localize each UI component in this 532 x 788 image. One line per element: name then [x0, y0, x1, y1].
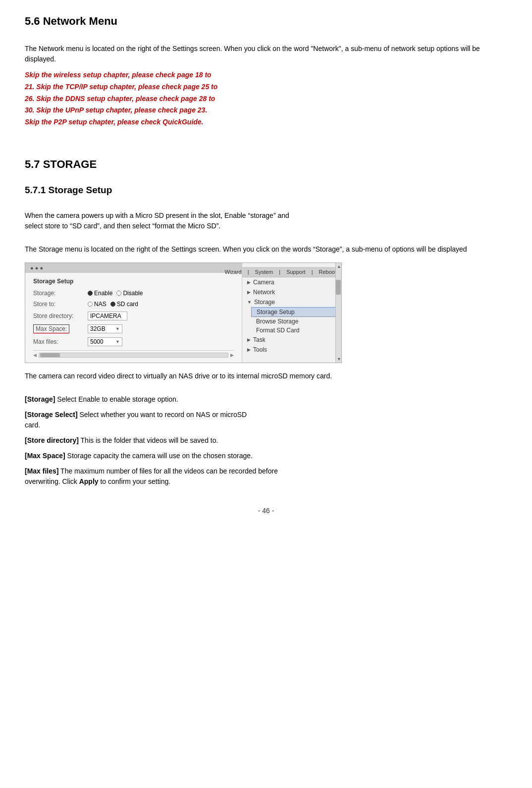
sdcard-label: SD card: [117, 301, 138, 308]
tools-label: Tools: [253, 346, 267, 353]
desc-storage-key: [Storage]: [25, 395, 55, 403]
enable-label: Enable: [94, 290, 112, 297]
skip-note-1: Skip the wireless setup chapter, please …: [25, 69, 507, 81]
storage-section: 5.7 STORAGE: [25, 158, 507, 171]
camera-arrow-icon: ▶: [247, 280, 251, 285]
max-space-select[interactable]: 32GB ▼: [88, 324, 122, 333]
submenu-storage-setup[interactable]: Storage Setup: [251, 307, 341, 317]
max-files-field-row: Max files: 5000 ▼: [33, 337, 234, 346]
desc-max-files-key: [Max files]: [25, 467, 58, 475]
enable-radio-dot: [88, 291, 93, 296]
task-label: Task: [253, 336, 266, 343]
menu-task[interactable]: ▶ Task: [242, 335, 341, 345]
right-nav-menu: ▶ Camera ▶ Network ▼ Storage: [242, 277, 341, 307]
network-arrow-icon: ▶: [247, 290, 251, 295]
max-files-control: 5000 ▼: [88, 337, 122, 346]
sdcard-radio-dot: [110, 302, 115, 307]
menu-storage[interactable]: ▼ Storage: [242, 297, 341, 307]
menu-camera[interactable]: ▶ Camera: [242, 277, 341, 287]
max-files-value: 5000: [90, 338, 104, 345]
screenshot-caption: The camera can record video direct to vi…: [25, 371, 507, 381]
vertical-scroll-thumb[interactable]: [336, 280, 341, 295]
max-space-field-row: Max Space: 32GB ▼: [33, 324, 234, 333]
vertical-scrollbar[interactable]: ▲ ▼: [335, 263, 341, 363]
topbar-sep1: |: [248, 269, 249, 275]
disable-radio[interactable]: Disable: [116, 290, 143, 297]
skip-note-4: 30. Skip the UPnP setup chapter, please …: [25, 105, 507, 116]
desc-storage-select-key: [Storage Select]: [25, 411, 78, 419]
enable-radio[interactable]: Enable: [88, 290, 112, 297]
scroll-up-arrow[interactable]: ▲: [336, 263, 341, 270]
store-to-control[interactable]: NAS SD card: [88, 301, 138, 308]
scrollbar-thumb[interactable]: [40, 353, 60, 357]
nas-radio[interactable]: NAS: [88, 301, 106, 308]
scroll-right-arrow[interactable]: ▶: [230, 353, 234, 358]
store-directory-field-row: Store directory: IPCAMERA: [33, 312, 234, 320]
page-footer: - 46 -: [25, 507, 507, 515]
store-directory-input[interactable]: IPCAMERA: [88, 312, 127, 320]
desc-store-dir-text: This is the folder that videos will be s…: [81, 436, 218, 444]
screenshot-left-panel: ● ● ● Storage Setup Storage: Enable Disa…: [25, 263, 242, 363]
form-title: Storage Setup: [33, 278, 234, 285]
desc-store-dir-key: [Store directory]: [25, 436, 79, 444]
description-storage-select: [Storage Select] Select whether you want…: [25, 410, 507, 430]
storage-arrow-icon: ▼: [247, 300, 252, 305]
max-files-label: Max files:: [33, 338, 88, 345]
max-space-control: 32GB ▼: [88, 324, 122, 333]
submenu-format-sd[interactable]: Format SD Card: [251, 326, 341, 335]
topbar-sep2: |: [279, 269, 280, 275]
nas-label: NAS: [94, 301, 106, 308]
desc-max-space-key: [Max Space]: [25, 452, 65, 460]
storage-setup-intro1: When the camera powers up with a Micro S…: [25, 210, 507, 231]
tools-arrow-icon: ▶: [247, 347, 251, 352]
max-files-select[interactable]: 5000 ▼: [88, 337, 122, 346]
storage-control[interactable]: Enable Disable: [88, 290, 143, 297]
skip-note-2: 21. Skip the TCP/IP setup chapter, pleas…: [25, 81, 507, 93]
menu-tools[interactable]: ▶ Tools: [242, 345, 341, 355]
skip-note-5: Skip the P2P setup chapter, please check…: [25, 116, 507, 128]
network-menu-body: The Network menu is located on the right…: [25, 44, 507, 64]
topbar-sep3: |: [312, 269, 313, 275]
scrollbar-track[interactable]: [39, 353, 228, 358]
description-store-dir: [Store directory] This is the folder tha…: [25, 435, 507, 446]
storage-title: 5.7 STORAGE: [25, 158, 507, 171]
max-space-value: 32GB: [90, 325, 106, 332]
skip-note-3: 26. Skip the DDNS setup chapter, please …: [25, 93, 507, 105]
network-label: Network: [253, 289, 275, 296]
disable-radio-dot: [116, 291, 121, 296]
max-files-arrow: ▼: [115, 339, 120, 344]
topbar-system[interactable]: System: [255, 269, 273, 275]
scroll-down-arrow[interactable]: ▼: [336, 356, 341, 363]
storage-label: Storage:: [33, 290, 88, 297]
disable-label: Disable: [123, 290, 143, 297]
storage-setup-intro2: The Storage menu is located on the right…: [25, 244, 507, 255]
right-nav-menu-lower: ▶ Task ▶ Tools: [242, 335, 341, 355]
menu-network[interactable]: ▶ Network: [242, 287, 341, 297]
topbar-support[interactable]: Support: [286, 269, 306, 275]
topbar: Wizard | System | Support | Reboot: [242, 267, 341, 277]
skip-notes: Skip the wireless setup chapter, please …: [25, 69, 507, 128]
topbar-reboot[interactable]: Reboot: [319, 269, 336, 275]
network-menu-title: 5.6 Network Menu: [25, 15, 507, 28]
task-arrow-icon: ▶: [247, 337, 251, 342]
desc-max-files-text: The maximum number of files for all the …: [25, 467, 278, 485]
horizontal-scrollbar[interactable]: ◀ ▶: [33, 350, 234, 358]
description-storage: [Storage] Select Enable to enable storag…: [25, 394, 507, 405]
desc-storage-text: Select Enable to enable storage option.: [57, 395, 178, 403]
nas-radio-dot: [88, 302, 93, 307]
store-directory-control: IPCAMERA: [88, 312, 127, 320]
store-to-label: Store to:: [33, 301, 88, 308]
submenu-browse-storage[interactable]: Browse Storage: [251, 317, 341, 326]
page-number: - 46 -: [258, 507, 274, 515]
desc-max-space-text: Storage capacity the camera will use on …: [67, 452, 253, 460]
store-directory-label: Store directory:: [33, 313, 88, 319]
screenshot-right-panel: Wizard | System | Support | Reboot ▶ Cam…: [242, 263, 341, 363]
storage-setup-title: 5.7.1 Storage Setup: [25, 185, 507, 196]
sdcard-radio[interactable]: SD card: [110, 301, 138, 308]
topbar-wizard[interactable]: Wizard: [224, 269, 241, 275]
store-to-field-row: Store to: NAS SD card: [33, 301, 234, 308]
storage-setup-section: 5.7.1 Storage Setup When the camera powe…: [25, 185, 507, 487]
max-space-arrow: ▼: [115, 326, 120, 331]
max-space-label-outer: Max Space:: [33, 325, 88, 332]
scroll-left-arrow[interactable]: ◀: [33, 353, 37, 358]
